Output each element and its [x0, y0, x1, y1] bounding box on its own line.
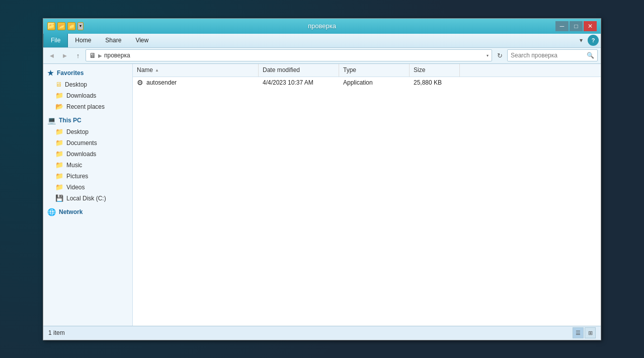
status-bar: 1 item ☰ ⊞ [43, 326, 601, 340]
file-cell-name: ⚙ autosender [133, 79, 259, 87]
local-disk-icon: 💾 [55, 194, 63, 202]
explorer-window: 📁 📂 📁 ▾ проверка ─ □ ✕ File Home Share V… [43, 18, 601, 340]
downloads-fav-icon: 📁 [55, 92, 63, 99]
column-headers: Name ▲ Date modified Type Size [133, 64, 601, 77]
window-controls: ─ □ ✕ [555, 21, 597, 31]
content-area: ★ Favorites 🖥 Desktop 📁 Downloads 📂 Rece… [43, 64, 601, 326]
path-folder-icon: 🖥 [89, 51, 96, 59]
desktop-pc-label: Desktop [66, 128, 89, 135]
menu-bar-right: ▾ ? [576, 34, 601, 47]
titlebar-icon-1: 📁 [47, 22, 55, 30]
col-header-type[interactable]: Type [339, 64, 410, 77]
col-header-name[interactable]: Name ▲ [133, 64, 259, 77]
file-app-icon: ⚙ [137, 79, 143, 87]
sidebar-item-desktop-fav[interactable]: 🖥 Desktop [43, 79, 132, 90]
back-icon: ◄ [49, 52, 55, 59]
videos-icon: 📁 [55, 183, 63, 191]
view-list-button[interactable]: ☰ [573, 327, 584, 338]
view-grid-button[interactable]: ⊞ [585, 327, 596, 338]
local-disk-label: Local Disk (C:) [66, 195, 106, 202]
downloads-fav-label: Downloads [66, 92, 96, 99]
music-label: Music [66, 162, 82, 169]
status-item-count: 1 item [48, 329, 65, 336]
up-icon: ↑ [76, 52, 80, 59]
file-list: ⚙ autosender 4/4/2023 10:37 AM Applicati… [133, 77, 601, 326]
sidebar-item-downloads-fav[interactable]: 📁 Downloads [43, 90, 132, 101]
search-box[interactable]: 🔍 [507, 49, 598, 61]
window-title: проверка [308, 22, 336, 30]
sidebar-item-videos[interactable]: 📁 Videos [43, 182, 132, 193]
col-header-date[interactable]: Date modified [259, 64, 339, 77]
sidebar-network-section: 🌐 Network [43, 206, 132, 218]
titlebar-icon-2: 📂 [57, 22, 65, 30]
file-cell-size: 25,880 KB [410, 79, 460, 86]
sort-arrow-icon: ▲ [155, 68, 159, 73]
titlebar-dropdown[interactable]: ▾ [77, 22, 84, 30]
minimize-button[interactable]: ─ [555, 21, 569, 31]
grid-view-icon: ⊞ [588, 330, 593, 336]
menu-collapse-btn[interactable]: ▾ [576, 35, 587, 46]
sidebar-this-pc-section: 💻 This PC 📁 Desktop 📁 Documents 📁 Downlo… [43, 114, 132, 204]
sidebar-favorites-label: Favorites [57, 69, 84, 77]
address-path-box[interactable]: 🖥 ▶ проверка ▾ [86, 49, 492, 61]
pictures-label: Pictures [66, 173, 88, 180]
menu-view[interactable]: View [128, 34, 155, 47]
documents-label: Documents [66, 139, 97, 147]
refresh-button[interactable]: ↻ [494, 50, 505, 61]
network-icon: 🌐 [47, 208, 56, 216]
desktop-fav-icon: 🖥 [55, 81, 62, 88]
close-button[interactable]: ✕ [584, 21, 597, 31]
title-bar: 📁 📂 📁 ▾ проверка ─ □ ✕ [43, 19, 601, 34]
favorites-icon: ★ [47, 69, 54, 77]
music-icon: 📁 [55, 161, 63, 169]
sidebar-item-downloads-pc[interactable]: 📁 Downloads [43, 149, 132, 160]
path-arrow: ▶ [98, 53, 102, 58]
help-button[interactable]: ? [588, 35, 599, 46]
list-view-icon: ☰ [576, 330, 581, 336]
forward-button[interactable]: ► [59, 50, 70, 61]
videos-label: Videos [66, 184, 85, 191]
recent-places-icon: 📂 [55, 103, 63, 110]
sidebar-item-desktop-pc[interactable]: 📁 Desktop [43, 126, 132, 137]
refresh-icon: ↻ [497, 52, 503, 59]
desktop-fav-label: Desktop [65, 81, 87, 88]
sidebar-network-label: Network [59, 208, 83, 216]
sidebar-item-recent-places[interactable]: 📂 Recent places [43, 101, 132, 112]
up-button[interactable]: ↑ [72, 50, 84, 61]
recent-places-label: Recent places [66, 103, 105, 110]
search-input[interactable] [511, 52, 587, 59]
sidebar-network-header[interactable]: 🌐 Network [43, 206, 132, 218]
sidebar-favorites-section: ★ Favorites 🖥 Desktop 📁 Downloads 📂 Rece… [43, 67, 132, 112]
menu-file[interactable]: File [43, 34, 68, 47]
file-row-autosender[interactable]: ⚙ autosender 4/4/2023 10:37 AM Applicati… [133, 77, 601, 89]
sidebar-item-music[interactable]: 📁 Music [43, 160, 132, 171]
file-area: Name ▲ Date modified Type Size ⚙ [133, 64, 601, 326]
this-pc-icon: 💻 [47, 116, 56, 124]
titlebar-icon-3: 📁 [67, 22, 75, 30]
back-button[interactable]: ◄ [46, 50, 57, 61]
forward-icon: ► [62, 52, 68, 59]
sidebar-favorites-header[interactable]: ★ Favorites [43, 67, 132, 79]
sidebar-this-pc-label: This PC [59, 117, 82, 124]
status-view-icons: ☰ ⊞ [573, 327, 596, 338]
pictures-icon: 📁 [55, 172, 63, 180]
path-text: проверка [104, 52, 130, 59]
menu-home[interactable]: Home [68, 34, 98, 47]
col-header-size[interactable]: Size [410, 64, 460, 77]
sidebar-item-local-disk[interactable]: 💾 Local Disk (C:) [43, 193, 132, 204]
desktop-pc-icon: 📁 [55, 128, 63, 135]
menu-share[interactable]: Share [98, 34, 128, 47]
sidebar-item-pictures[interactable]: 📁 Pictures [43, 171, 132, 182]
menu-bar: File Home Share View ▾ ? [43, 34, 601, 48]
sidebar-item-documents[interactable]: 📁 Documents [43, 137, 132, 149]
file-cell-date: 4/4/2023 10:37 AM [259, 79, 339, 86]
downloads-pc-label: Downloads [66, 151, 96, 158]
address-bar: ◄ ► ↑ 🖥 ▶ проверка ▾ ↻ 🔍 [43, 48, 601, 64]
title-bar-left: 📁 📂 📁 ▾ [47, 22, 84, 30]
maximize-button[interactable]: □ [570, 21, 583, 31]
sidebar: ★ Favorites 🖥 Desktop 📁 Downloads 📂 Rece… [43, 64, 133, 326]
search-icon[interactable]: 🔍 [587, 52, 594, 59]
sidebar-this-pc-header[interactable]: 💻 This PC [43, 114, 132, 126]
address-dropdown-icon[interactable]: ▾ [487, 53, 489, 58]
documents-icon: 📁 [55, 139, 63, 147]
